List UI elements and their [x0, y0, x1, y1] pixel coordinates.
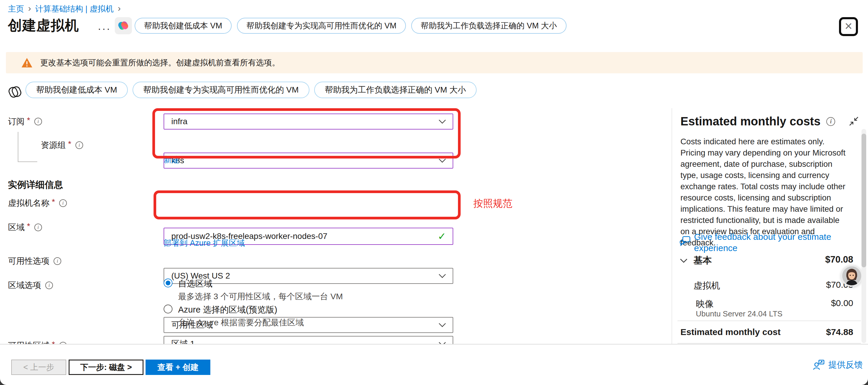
availability-options-label: 可用性选项 i [8, 255, 61, 267]
info-icon[interactable]: i [75, 141, 83, 149]
info-icon[interactable]: i [34, 118, 42, 125]
cost-row-basic-value: $70.08 [765, 254, 853, 265]
cost-panel-title: Estimated monthly costs i [680, 115, 835, 128]
edge-zone-link[interactable]: 部署到 Azure 扩展区域 [164, 238, 245, 248]
person-feedback-icon [813, 360, 825, 370]
radio-azure-selected-zones[interactable] [164, 304, 173, 314]
warning-text: 更改基本选项可能会重置所做的选择。创建虚拟机前查看所有选项。 [40, 57, 280, 68]
copilot-suggestion-vm-size[interactable]: 帮助我为工作负载选择正确的 VM 大小 [314, 82, 477, 98]
availability-zone-value: 区域 1 [171, 338, 195, 344]
info-icon[interactable]: i [826, 117, 835, 126]
copilot-icon [117, 20, 130, 32]
copilot-suggestions-title-row: 帮助我创建低成本 VM 帮助我创建专为实现高可用性而优化的 VM 帮助我为工作负… [134, 18, 566, 34]
subscription-label: 订阅* i [8, 116, 42, 127]
valid-check-icon: ✓ [438, 230, 446, 242]
availability-zone-dropdown[interactable]: 区域 1 [164, 336, 453, 344]
resource-group-label: 资源组* i [41, 139, 83, 151]
zone-options-label: 区域选项 i [8, 280, 53, 291]
required-marker: * [27, 116, 30, 125]
cost-row-image-sub: Ubuntu Server 24.04 LTS [696, 309, 782, 318]
cost-row-vm-value: $70.08 [765, 280, 853, 290]
copilot-outline-icon[interactable] [7, 84, 23, 100]
create-new-resource-group-link[interactable]: 新建 [164, 154, 180, 165]
more-options-button[interactable]: ··· [98, 23, 111, 35]
breadcrumb-separator-icon: › [118, 3, 121, 13]
breadcrumb: 主页 › 计算基础结构 | 虚拟机 › [8, 4, 121, 14]
next-step-disks-button[interactable]: 下一步: 磁盘 > [69, 360, 144, 375]
cost-divider [678, 343, 861, 344]
availability-zone-label: 可用性区域* i [8, 340, 67, 344]
radio-azure-selected-zones-label[interactable]: Azure 选择的区域(预览版) [178, 304, 277, 316]
annotation-rect-vm-name [154, 190, 461, 219]
estimate-feedback-link[interactable]: Give feedback about your estimate experi… [694, 231, 848, 254]
vm-name-label: 虚拟机名称* i [8, 197, 67, 209]
warning-icon [21, 58, 33, 68]
field-connector-line [18, 132, 18, 162]
info-icon[interactable]: i [45, 282, 53, 289]
copilot-suggestion-high-availability[interactable]: 帮助我创建专为实现高可用性而优化的 VM [237, 18, 406, 34]
page-title: 创建虚拟机 [8, 16, 79, 35]
radio-azure-selected-zones-desc: 允许 Azure 根据需要分配最佳区域 [178, 317, 304, 328]
breadcrumb-section-link[interactable]: 计算基础结构 | 虚拟机 [35, 4, 114, 14]
panel-divider [672, 108, 672, 344]
required-marker: * [52, 340, 55, 344]
info-icon[interactable]: i [59, 342, 67, 344]
chevron-down-icon [438, 323, 446, 327]
copilot-suggestion-high-availability[interactable]: 帮助我创建专为实现高可用性而优化的 VM [132, 82, 309, 98]
chevron-down-icon [438, 159, 446, 163]
warning-banner: 更改基本选项可能会重置所做的选择。创建虚拟机前查看所有选项。 [6, 52, 863, 73]
subscription-dropdown[interactable]: infra [164, 114, 453, 130]
field-connector-line [18, 161, 37, 162]
create-vm-page: 主页 › 计算基础结构 | 虚拟机 › 创建虚拟机 ··· 帮助我创建低成本 V… [0, 0, 868, 385]
chevron-down-icon [438, 120, 446, 124]
clipped-form-row: 可用性区域* i 区域 1 [0, 333, 651, 344]
total-cost-value: $74.88 [765, 327, 853, 337]
copilot-suggestion-low-cost[interactable]: 帮助我创建低成本 VM [134, 18, 231, 34]
cost-row-basic-label: 基本 [693, 254, 712, 267]
close-icon: × [845, 20, 852, 33]
radio-self-select-zones-label[interactable]: 自选区域 [178, 278, 212, 290]
cost-row-vm-label: 虚拟机 [693, 280, 720, 292]
subscription-value: infra [171, 117, 187, 126]
region-label: 区域* i [8, 222, 42, 233]
avatar-image [842, 266, 861, 285]
assistant-avatar[interactable] [841, 265, 863, 287]
copilot-button[interactable] [115, 17, 132, 34]
breadcrumb-separator-icon: › [28, 3, 31, 13]
copilot-suggestion-vm-size[interactable]: 帮助我为工作负载选择正确的 VM 大小 [411, 18, 566, 34]
required-marker: * [68, 139, 71, 149]
scrollbar-thumb[interactable] [862, 134, 866, 267]
previous-step-button[interactable]: < 上一步 [11, 360, 66, 375]
annotation-note: 按照规范 [473, 197, 513, 210]
breadcrumb-home-link[interactable]: 主页 [8, 4, 24, 14]
review-create-button[interactable]: 查看 + 创建 [146, 360, 210, 375]
give-feedback-label: 提供反馈 [828, 359, 863, 371]
resource-group-dropdown[interactable]: k8s [164, 153, 453, 168]
cost-row-image-label: 映像 [696, 298, 714, 310]
copilot-suggestions-row: 帮助我创建低成本 VM 帮助我创建专为实现高可用性而优化的 VM 帮助我为工作负… [26, 82, 476, 98]
copilot-suggestion-low-cost[interactable]: 帮助我创建低成本 VM [26, 82, 128, 98]
info-icon[interactable]: i [34, 224, 42, 231]
footer-divider [0, 344, 868, 345]
give-feedback-link[interactable]: 提供反馈 [813, 359, 863, 371]
cost-row-image-value: $0.00 [765, 298, 853, 308]
cost-divider [678, 321, 861, 321]
instance-details-heading: 实例详细信息 [8, 179, 63, 191]
info-icon[interactable]: i [59, 199, 67, 207]
required-marker: * [27, 222, 30, 231]
info-icon[interactable]: i [54, 257, 61, 265]
radio-self-select-zones-desc: 最多选择 3 个可用性区域，每个区域一台 VM [178, 291, 343, 302]
feedback-bubbles-icon [679, 235, 691, 247]
radio-self-select-zones[interactable] [164, 279, 173, 287]
chevron-down-icon[interactable] [680, 258, 687, 263]
chevron-down-icon [438, 274, 446, 278]
required-marker: * [52, 197, 55, 207]
collapse-panel-icon[interactable] [848, 116, 859, 127]
chevron-down-icon [438, 342, 446, 344]
close-button[interactable]: × [839, 17, 858, 36]
